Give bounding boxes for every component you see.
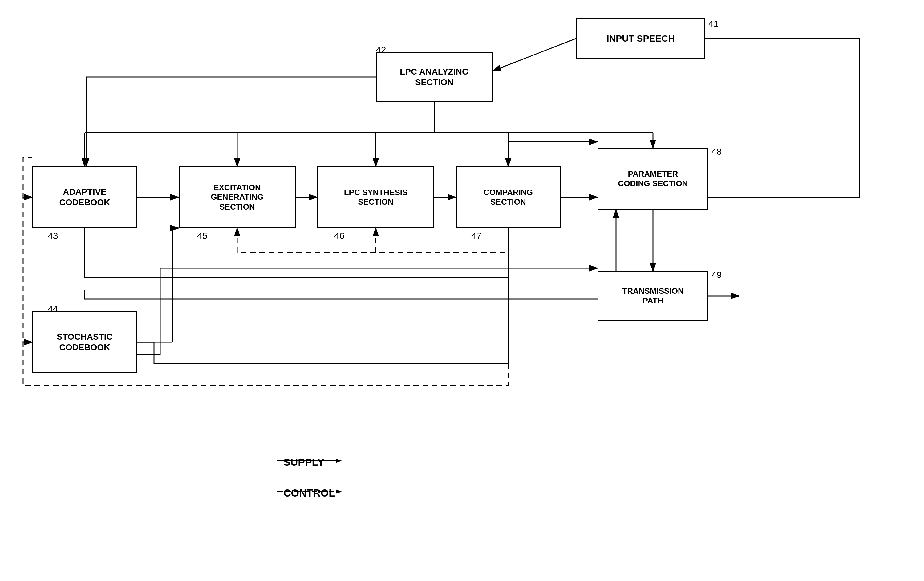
label-45: 45 — [197, 230, 207, 241]
label-43: 43 — [48, 230, 58, 241]
input-speech-block: INPUT SPEECH — [576, 18, 705, 59]
adaptive-codebook-block: ADAPTIVECODEBOOK — [32, 166, 137, 228]
svg-marker-27 — [336, 490, 342, 494]
label-46: 46 — [334, 230, 344, 241]
transmission-block: TRANSMISSIONPATH — [597, 271, 708, 321]
lpc-synthesis-block: LPC SYNTHESISSECTION — [317, 166, 434, 228]
lpc-analyzing-block: LPC ANALYZINGSECTION — [376, 52, 493, 102]
comparing-block: COMPARINGSECTION — [456, 166, 561, 228]
control-legend: CONTROL — [277, 487, 335, 499]
parameter-coding-block: PARAMETERCODING SECTION — [597, 148, 708, 210]
label-49: 49 — [711, 270, 722, 280]
diagram: INPUT SPEECH 41 LPC ANALYZINGSECTION 42 … — [0, 0, 924, 581]
svg-line-2 — [493, 38, 576, 71]
label-42: 42 — [376, 45, 386, 55]
supply-legend: SUPPLY — [277, 456, 324, 468]
label-48: 48 — [711, 146, 722, 157]
label-41: 41 — [708, 18, 719, 29]
stochastic-codebook-block: STOCHASTICCODEBOOK — [32, 311, 137, 373]
label-44: 44 — [48, 304, 58, 314]
label-47: 47 — [471, 230, 482, 241]
svg-marker-25 — [336, 459, 342, 463]
excitation-block: EXCITATIONGENERATINGSECTION — [179, 166, 296, 228]
